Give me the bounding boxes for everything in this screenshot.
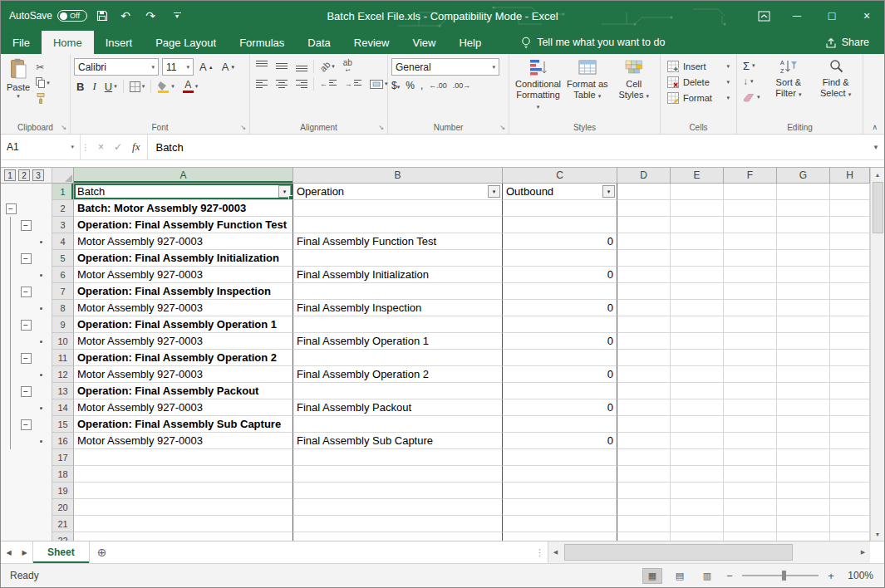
cell-G11[interactable] xyxy=(777,350,830,366)
cell-E11[interactable] xyxy=(671,350,724,366)
cell-F4[interactable] xyxy=(724,233,777,250)
redo-button[interactable]: ↷▾ xyxy=(142,4,162,27)
cell-C5[interactable] xyxy=(503,250,617,267)
cell-A16[interactable]: Motor Assembly 927-0003 xyxy=(74,433,293,449)
cell-G13[interactable] xyxy=(777,383,830,399)
cell-G15[interactable] xyxy=(777,416,830,433)
cell-F8[interactable] xyxy=(724,300,777,316)
row-header-11[interactable]: 11 xyxy=(52,350,74,366)
zoom-level[interactable]: 100% xyxy=(843,570,873,581)
cell-E12[interactable] xyxy=(671,366,724,383)
column-header-D[interactable]: D xyxy=(617,168,671,184)
scroll-left-button[interactable]: ◀ xyxy=(548,541,563,563)
cell-A14[interactable]: Motor Assembly 927-0003 xyxy=(74,399,293,416)
zoom-slider[interactable] xyxy=(742,575,819,576)
cell-H6[interactable] xyxy=(830,267,870,283)
cell-A19[interactable] xyxy=(74,483,293,499)
cell-D1[interactable] xyxy=(617,184,671,200)
outline-collapse-button-row-3[interactable]: − xyxy=(21,220,32,231)
format-as-table-button[interactable]: Format as Table ▾ xyxy=(563,56,611,102)
cell-D13[interactable] xyxy=(617,383,671,399)
cell-D17[interactable] xyxy=(617,449,671,466)
cell-A4[interactable]: Motor Assembly 927-0003 xyxy=(74,233,293,250)
outline-level-3-button[interactable]: 3 xyxy=(32,169,44,181)
cell-E14[interactable] xyxy=(671,399,724,416)
cell-B19[interactable] xyxy=(293,483,503,499)
cell-F21[interactable] xyxy=(724,516,777,532)
row-header-8[interactable]: 8 xyxy=(52,300,74,316)
cell-styles-button[interactable]: Cell Styles ▾ xyxy=(611,56,656,102)
zoom-in-button[interactable]: + xyxy=(826,570,836,582)
maximize-button[interactable]: □ xyxy=(814,1,849,31)
outline-collapse-button-row-15[interactable]: − xyxy=(21,419,32,430)
increase-decimal-button[interactable]: ←.00 xyxy=(429,81,447,90)
cell-F1[interactable] xyxy=(724,184,777,200)
cell-E20[interactable] xyxy=(671,499,724,516)
cell-G4[interactable] xyxy=(777,233,830,250)
cell-B18[interactable] xyxy=(293,466,503,483)
cell-D14[interactable] xyxy=(617,399,671,416)
formula-content[interactable]: Batch xyxy=(147,135,868,159)
fill-button[interactable]: ↓▾ xyxy=(740,74,763,89)
cell-C11[interactable] xyxy=(503,350,617,366)
cell-E9[interactable] xyxy=(671,316,724,333)
row-header-2[interactable]: 2 xyxy=(52,200,74,217)
name-box-resize-handle[interactable]: ⋮ xyxy=(81,135,91,159)
row-header-4[interactable]: 4 xyxy=(52,233,74,250)
row-header-5[interactable]: 5 xyxy=(52,250,74,267)
cell-B3[interactable] xyxy=(293,217,503,233)
tab-home[interactable]: Home xyxy=(42,31,94,54)
cell-E15[interactable] xyxy=(671,416,724,433)
cell-E4[interactable] xyxy=(671,233,724,250)
cell-H19[interactable] xyxy=(830,483,870,499)
vertical-scroll-thumb[interactable] xyxy=(873,182,883,233)
cell-D22[interactable] xyxy=(617,532,671,541)
cell-F5[interactable] xyxy=(724,250,777,267)
cell-D4[interactable] xyxy=(617,233,671,250)
cell-C10[interactable]: 0 xyxy=(503,333,617,350)
comma-style-button[interactable]: , xyxy=(420,80,423,91)
cell-C13[interactable] xyxy=(503,383,617,399)
column-header-G[interactable]: G xyxy=(777,168,830,184)
tab-formulas[interactable]: Formulas xyxy=(228,31,296,54)
cell-G3[interactable] xyxy=(777,217,830,233)
outline-collapse-button-row-2[interactable]: − xyxy=(6,203,17,214)
merge-center-button[interactable]: ▾ xyxy=(367,79,391,90)
cell-E21[interactable] xyxy=(671,516,724,532)
font-size-select[interactable]: 11 ▾ xyxy=(162,58,194,76)
sheet-nav-left-button[interactable]: ◀ xyxy=(1,541,17,563)
cell-H7[interactable] xyxy=(830,283,870,300)
cell-C14[interactable]: 0 xyxy=(503,399,617,416)
row-header-18[interactable]: 18 xyxy=(52,466,74,483)
cell-H21[interactable] xyxy=(830,516,870,532)
row-header-7[interactable]: 7 xyxy=(52,283,74,300)
tab-bar-resize-handle[interactable]: ⋮ xyxy=(532,541,548,563)
underline-button[interactable]: U▾ xyxy=(102,80,120,94)
cell-B6[interactable]: Final Assembly Initialization xyxy=(293,267,503,283)
outline-collapse-button-row-11[interactable]: − xyxy=(21,353,32,364)
formula-bar-expand-button[interactable]: ▼ xyxy=(868,135,884,159)
percent-style-button[interactable]: % xyxy=(406,80,415,91)
cell-G16[interactable] xyxy=(777,433,830,449)
row-header-12[interactable]: 12 xyxy=(52,366,74,383)
cell-A11[interactable]: Operation: Final Assembly Operation 2 xyxy=(74,350,293,366)
zoom-slider-thumb[interactable] xyxy=(782,571,786,581)
cell-C22[interactable] xyxy=(503,532,617,541)
cell-G5[interactable] xyxy=(777,250,830,267)
share-button[interactable]: Share xyxy=(825,31,869,54)
cell-B8[interactable]: Final Assembly Inspection xyxy=(293,300,503,316)
column-header-C[interactable]: C xyxy=(503,168,617,184)
outline-collapse-button-row-5[interactable]: − xyxy=(21,253,32,264)
cell-G12[interactable] xyxy=(777,366,830,383)
cell-D12[interactable] xyxy=(617,366,671,383)
copy-button[interactable]: ▾ xyxy=(34,76,52,90)
tab-insert[interactable]: Insert xyxy=(94,31,145,54)
cell-B5[interactable] xyxy=(293,250,503,267)
cell-H13[interactable] xyxy=(830,383,870,399)
row-header-14[interactable]: 14 xyxy=(52,399,74,416)
row-header-16[interactable]: 16 xyxy=(52,433,74,449)
cell-D15[interactable] xyxy=(617,416,671,433)
cell-E5[interactable] xyxy=(671,250,724,267)
number-dialog-launcher[interactable]: ↘ xyxy=(499,124,505,131)
cell-B10[interactable]: Final Assembly Operation 1 xyxy=(293,333,503,350)
